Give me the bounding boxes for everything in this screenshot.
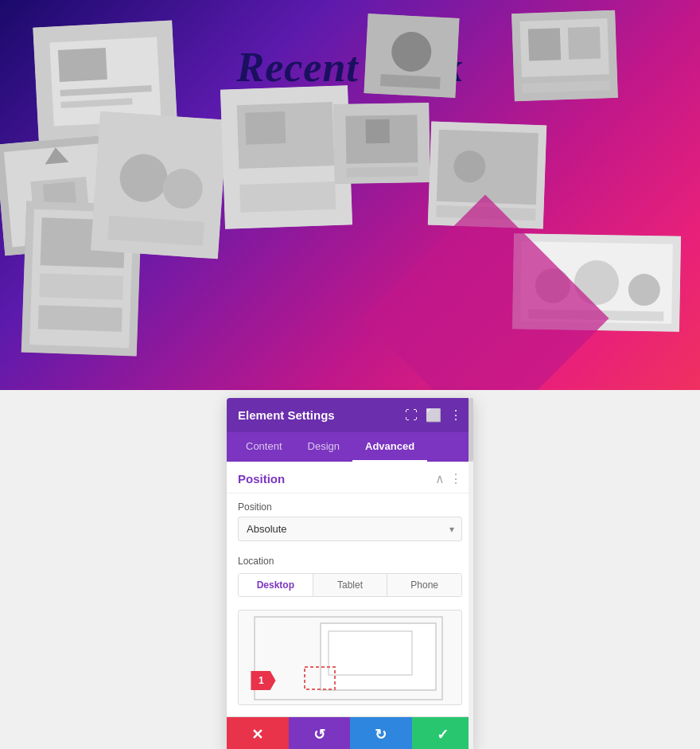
photo-tile-9 [511,10,618,101]
photo-tile-6 [364,14,459,98]
badge-number: 1 [259,675,264,686]
position-diagram-wrapper: 1 [227,605,473,716]
section-icons: ∧ ⋮ [435,471,462,486]
position-label: Position [238,501,462,513]
svg-rect-13 [39,273,123,300]
position-field-group: Position Default Relative Absolute Fixed… [227,493,473,549]
svg-rect-29 [347,166,418,177]
position-select[interactable]: Default Relative Absolute Fixed Sticky [238,517,462,541]
more-icon[interactable]: ⋮ [449,408,462,423]
redo-icon: ↻ [375,726,387,743]
panel-header: Element Settings ⛶ ⬜ ⋮ [227,398,473,432]
photo-tile-4 [91,111,228,259]
svg-rect-36 [528,28,561,60]
settings-panel: Element Settings ⛶ ⬜ ⋮ Content Design Ad… [227,398,473,749]
scrollbar-thumb[interactable] [469,398,473,462]
location-tab-tablet[interactable]: Tablet [313,574,388,596]
position-diagram: 1 [238,610,462,705]
svg-rect-22 [239,181,336,213]
split-icon[interactable]: ⬜ [426,408,441,423]
svg-rect-31 [437,130,539,205]
position-select-wrapper: Default Relative Absolute Fixed Sticky ▾ [238,517,462,541]
svg-rect-2 [58,48,107,82]
photo-tile-7 [333,103,430,184]
photo-tile-10 [512,233,681,332]
tab-design[interactable]: Design [295,432,352,462]
redo-button[interactable]: ↻ [350,717,412,749]
canvas-area: Recent Work [0,0,700,390]
cancel-button[interactable]: ✕ [227,717,289,749]
location-tabs-group: Desktop Tablet Phone [238,573,462,597]
undo-button[interactable]: ↺ [289,717,351,749]
section-more-icon[interactable]: ⋮ [449,471,462,486]
bottom-toolbar: ✕ ↺ ↻ ✓ [227,716,473,749]
svg-rect-46 [321,623,436,690]
position-section-title: Position [238,472,285,486]
collapse-icon[interactable]: ∧ [435,471,445,486]
badge-arrow-svg: 1 [248,668,278,693]
location-label: Location [238,556,462,567]
tab-advanced[interactable]: Advanced [352,432,427,462]
location-tab-desktop[interactable]: Desktop [239,574,313,596]
cancel-icon: ✕ [251,726,263,743]
undo-icon: ↺ [313,726,325,743]
svg-rect-37 [568,26,601,59]
position-diagram-svg [253,615,444,701]
location-section: Location Desktop Tablet Phone [227,549,473,605]
svg-rect-14 [38,305,122,332]
panel-title: Element Settings [238,408,335,422]
svg-rect-21 [245,111,286,145]
position-section-header: Position ∧ ⋮ [227,462,473,493]
scrollbar-track[interactable] [469,398,473,749]
location-tab-phone[interactable]: Phone [387,574,461,596]
panel-tabs: Content Design Advanced [227,432,473,462]
svg-rect-28 [365,119,390,144]
save-button[interactable]: ✓ [412,717,474,749]
save-icon: ✓ [437,726,449,743]
photo-tile-8 [428,122,546,229]
tab-content[interactable]: Content [233,432,295,462]
panel-area: Element Settings ⛶ ⬜ ⋮ Content Design Ad… [0,390,700,749]
position-badge: 1 [248,668,278,693]
photo-tile-5 [220,85,352,228]
header-icons-group: ⛶ ⬜ ⋮ [405,408,462,423]
fullscreen-icon[interactable]: ⛶ [405,408,418,423]
